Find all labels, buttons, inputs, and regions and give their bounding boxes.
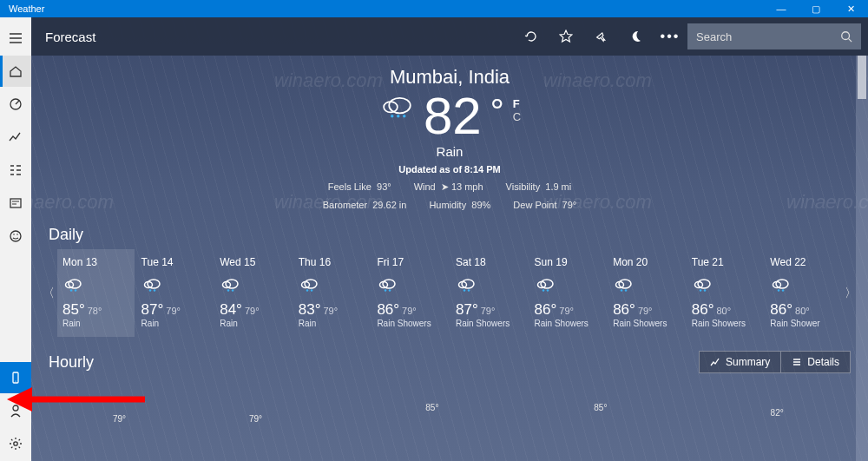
location-name: Mumbai, India — [31, 66, 868, 89]
pin-button[interactable] — [583, 19, 618, 54]
hourly-point-label: 79° — [113, 414, 126, 424]
sidebar-item-account[interactable] — [0, 395, 31, 426]
daily-day[interactable]: Mon 1385°78°Rain — [57, 249, 135, 337]
svg-point-25 — [227, 289, 230, 292]
day-low: 79° — [638, 306, 653, 316]
daily-day[interactable]: Fri 1786°79°Rain Showers — [372, 249, 449, 337]
svg-rect-1 — [10, 199, 21, 207]
day-name: Tue 14 — [141, 256, 208, 268]
daily-day[interactable]: Mon 2086°79°Rain Showers — [608, 249, 685, 337]
maximize-button[interactable]: ▢ — [799, 3, 833, 15]
unit-f[interactable]: F — [513, 97, 521, 110]
weather-rain-icon — [377, 275, 398, 296]
summary-button[interactable]: Summary — [699, 351, 781, 373]
daily-day[interactable]: Sun 1986°79°Rain Showers — [529, 249, 607, 337]
svg-point-47 — [698, 280, 710, 288]
daily-section-title: Daily — [49, 226, 868, 244]
day-low: 79° — [166, 306, 181, 316]
close-button[interactable]: ✕ — [833, 3, 868, 15]
weather-rain-icon — [770, 275, 791, 296]
day-condition: Rain Showers — [613, 319, 680, 328]
page-title: Forecast — [45, 30, 95, 44]
svg-point-33 — [385, 289, 387, 292]
daily-list: Mon 1385°78°RainTue 1487°79°RainWed 1584… — [57, 249, 842, 337]
day-low: 79° — [481, 306, 496, 316]
ellipsis-icon: ••• — [661, 29, 681, 44]
search-input[interactable]: Search — [687, 23, 861, 49]
weather-rain-icon — [220, 275, 240, 296]
svg-point-53 — [778, 289, 780, 292]
moon-icon — [628, 30, 642, 43]
day-low: 79° — [324, 306, 339, 316]
sidebar-item-settings[interactable] — [0, 428, 31, 459]
night-toggle-button[interactable] — [618, 19, 653, 54]
day-high: 83° — [299, 301, 321, 318]
sidebar-item-news[interactable] — [0, 188, 31, 219]
day-low: 80° — [716, 306, 731, 316]
refresh-button[interactable] — [514, 19, 549, 54]
list-icon — [9, 163, 23, 177]
daily-day[interactable]: Tue 1487°79°Rain — [136, 249, 214, 337]
day-high: 86° — [535, 301, 557, 318]
details-button[interactable]: Details — [781, 351, 851, 373]
svg-point-21 — [148, 289, 151, 292]
day-condition: Rain — [299, 319, 365, 328]
unit-c[interactable]: C — [513, 110, 521, 123]
app-window: Weather — ▢ ✕ — [0, 0, 868, 461]
sidebar-item-favorites[interactable] — [0, 155, 31, 186]
day-high: 86° — [613, 301, 635, 318]
unit-toggle[interactable]: F C — [513, 97, 521, 123]
svg-point-12 — [391, 115, 394, 118]
svg-point-13 — [397, 115, 400, 118]
svg-point-23 — [226, 280, 238, 288]
scrollbar-thumb[interactable] — [858, 56, 866, 99]
vertical-scrollbar[interactable] — [856, 56, 868, 461]
day-name: Thu 16 — [299, 256, 365, 268]
daily-day[interactable]: Tue 2186°80°Rain Showers — [687, 249, 764, 337]
daily-day[interactable]: Thu 1683°79°Rain — [293, 249, 371, 337]
list-details-icon — [792, 357, 802, 367]
person-icon — [9, 404, 23, 418]
daily-prev-button[interactable]: 〈 — [40, 249, 57, 337]
weather-rain-icon — [535, 275, 556, 296]
svg-point-54 — [782, 289, 785, 292]
hourly-view-toggle: Summary Details — [699, 351, 851, 373]
svg-point-39 — [541, 280, 553, 288]
hourly-section-title: Hourly — [49, 353, 94, 372]
hamburger-menu-button[interactable] — [0, 23, 31, 54]
day-name: Tue 21 — [692, 256, 759, 268]
hero-section: Mumbai, India 82 ° F C — [31, 56, 868, 215]
gear-icon — [9, 437, 23, 451]
day-condition: Rain Showers — [692, 319, 759, 328]
daily-day[interactable]: Sat 1887°79°Rain Showers — [450, 249, 528, 337]
daily-day[interactable]: Wed 1584°79°Rain — [214, 249, 292, 337]
svg-point-49 — [700, 289, 702, 292]
more-button[interactable]: ••• — [653, 19, 687, 54]
day-name: Wed 22 — [770, 256, 837, 268]
daily-day[interactable]: Wed 2286°80°Rain Shower — [765, 249, 842, 337]
day-low: 79° — [559, 306, 574, 316]
sidebar-item-historical[interactable] — [0, 122, 31, 153]
refresh-icon — [524, 30, 538, 43]
weather-rain-icon — [299, 275, 319, 296]
svg-point-41 — [542, 289, 544, 292]
favorite-button[interactable] — [549, 19, 583, 54]
sidebar-item-maps[interactable] — [0, 89, 31, 120]
sidebar-item-forecast[interactable] — [0, 56, 31, 87]
day-high: 86° — [692, 301, 714, 318]
sidebar — [0, 17, 31, 461]
svg-point-4 — [16, 234, 18, 235]
hourly-point-label: 79° — [249, 414, 262, 424]
day-name: Fri 17 — [377, 256, 444, 268]
sidebar-item-feedback[interactable] — [0, 221, 31, 252]
svg-point-14 — [403, 115, 406, 118]
weather-rain-icon — [456, 275, 477, 296]
updated-time: Updated as of 8:14 PM — [31, 164, 868, 175]
svg-point-6 — [15, 380, 16, 381]
day-low: 79° — [245, 306, 260, 316]
minimize-button[interactable]: — — [764, 3, 799, 14]
svg-point-42 — [546, 289, 549, 292]
hourly-chart: 79°79°85°85°82° — [49, 382, 851, 434]
sidebar-item-tips[interactable] — [0, 362, 31, 393]
hourly-point-label: 82° — [771, 408, 784, 418]
